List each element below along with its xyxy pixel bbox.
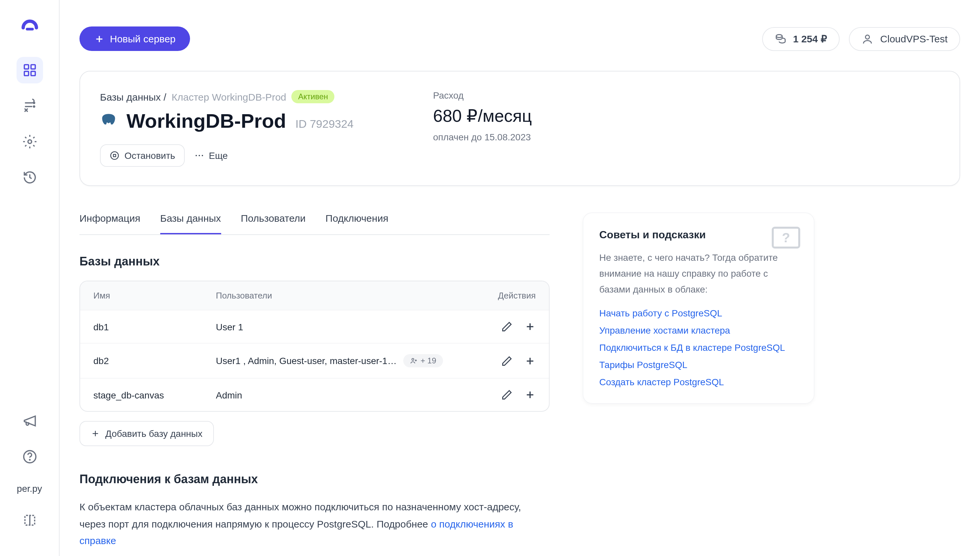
nav-settings-icon[interactable] bbox=[16, 128, 43, 155]
tips-title: Советы и подсказки bbox=[599, 229, 798, 241]
connections-text: К объектам кластера облачных баз данных … bbox=[79, 498, 550, 549]
balance-amount: 1 254 ₽ bbox=[793, 33, 827, 45]
pencil-icon bbox=[501, 321, 513, 332]
main: Новый сервер 1 254 ₽ CloudVPS-Test Базы … bbox=[60, 0, 980, 556]
help-icon: ? bbox=[771, 226, 800, 253]
connections-section-title: Подключения к базам данных bbox=[79, 473, 550, 486]
expense-amount: 680 ₽/месяц bbox=[433, 106, 532, 126]
svg-point-14 bbox=[776, 34, 782, 37]
new-server-label: Новый сервер bbox=[110, 33, 175, 44]
expense-label: Расход bbox=[433, 90, 532, 100]
coins-icon bbox=[775, 33, 786, 45]
databases-table: Имя Пользователи Действия db1 User 1 db2 bbox=[79, 281, 550, 412]
plus-icon bbox=[524, 389, 536, 401]
user-plus-icon bbox=[410, 357, 418, 365]
db-users: User1 , Admin, Guest-user, master-user-1… bbox=[216, 356, 397, 366]
tab-databases[interactable]: Базы данных bbox=[160, 212, 221, 234]
plus-icon bbox=[91, 429, 100, 438]
tips-link[interactable]: Тарифы PostgreSQL bbox=[599, 360, 798, 370]
edit-button[interactable] bbox=[501, 321, 513, 332]
expense-until: оплачен до 15.08.2023 bbox=[433, 132, 532, 142]
db-name: db2 bbox=[93, 356, 216, 366]
svg-text:?: ? bbox=[782, 230, 790, 245]
stop-button[interactable]: Остановить bbox=[100, 144, 185, 167]
col-name: Имя bbox=[93, 291, 216, 301]
svg-rect-1 bbox=[24, 65, 29, 69]
svg-point-23 bbox=[412, 359, 414, 360]
add-button[interactable] bbox=[524, 355, 536, 366]
cluster-title: WorkingDB-Prod bbox=[126, 110, 286, 133]
balance-pill[interactable]: 1 254 ₽ bbox=[762, 27, 839, 51]
table-row: stage_db-canvas Admin bbox=[80, 378, 549, 411]
new-server-button[interactable]: Новый сервер bbox=[79, 26, 190, 51]
add-button[interactable] bbox=[524, 321, 536, 332]
nav-help-icon[interactable] bbox=[16, 443, 43, 470]
pencil-icon bbox=[501, 355, 513, 366]
sidebar: per.py bbox=[0, 0, 60, 556]
account-pill[interactable]: CloudVPS-Test bbox=[849, 27, 960, 51]
breadcrumb: Базы данных / Кластер WorkingDB-Prod Акт… bbox=[100, 90, 354, 103]
status-badge: Активен bbox=[292, 90, 335, 103]
pencil-icon bbox=[501, 389, 513, 401]
more-button[interactable]: Еще bbox=[194, 150, 228, 161]
svg-rect-3 bbox=[24, 71, 29, 76]
add-database-label: Добавить базу данных bbox=[105, 428, 202, 439]
svg-point-18 bbox=[196, 155, 197, 156]
stop-label: Остановить bbox=[125, 150, 175, 161]
svg-point-16 bbox=[111, 152, 118, 159]
tips-card: ? Советы и подсказки Не знаете, с чего н… bbox=[583, 212, 815, 404]
nav-dashboard-icon[interactable] bbox=[16, 57, 43, 83]
db-users: Admin bbox=[216, 390, 242, 400]
col-users: Пользователи bbox=[216, 291, 476, 301]
nav-history-icon[interactable] bbox=[16, 164, 43, 191]
add-button[interactable] bbox=[524, 389, 536, 401]
db-name: db1 bbox=[93, 322, 216, 332]
edit-button[interactable] bbox=[501, 389, 513, 401]
plus-icon bbox=[524, 321, 536, 332]
more-users-badge[interactable]: + 19 bbox=[403, 354, 443, 367]
edit-button[interactable] bbox=[501, 355, 513, 366]
svg-point-19 bbox=[199, 155, 200, 156]
topbar: Новый сервер 1 254 ₽ CloudVPS-Test bbox=[79, 26, 960, 51]
tips-link[interactable]: Создать кластер PostgreSQL bbox=[599, 377, 798, 388]
dots-icon bbox=[194, 150, 205, 161]
tab-connections[interactable]: Подключения bbox=[325, 212, 388, 234]
file-label: per.py bbox=[17, 483, 42, 494]
nav-servers-icon[interactable] bbox=[16, 93, 43, 119]
databases-section-title: Базы данных bbox=[79, 255, 550, 269]
svg-point-6 bbox=[33, 106, 34, 107]
table-row: db2 User1 , Admin, Guest-user, master-us… bbox=[80, 343, 549, 378]
tips-link[interactable]: Начать работу с PostgreSQL bbox=[599, 308, 798, 319]
svg-point-5 bbox=[33, 102, 34, 103]
svg-rect-2 bbox=[31, 65, 35, 69]
tips-link[interactable]: Управление хостами кластера bbox=[599, 325, 798, 336]
svg-point-20 bbox=[202, 155, 203, 156]
table-row: db1 User 1 bbox=[80, 310, 549, 343]
account-name: CloudVPS-Test bbox=[880, 33, 948, 44]
cluster-id: ID 7929324 bbox=[295, 118, 354, 131]
svg-point-15 bbox=[866, 35, 870, 39]
add-database-button[interactable]: Добавить базу данных bbox=[79, 421, 213, 446]
svg-point-9 bbox=[29, 459, 30, 460]
breadcrumb-root[interactable]: Базы данных / bbox=[100, 91, 166, 102]
logo bbox=[18, 13, 41, 37]
tab-info[interactable]: Информация bbox=[79, 212, 141, 234]
more-label: Еще bbox=[209, 150, 228, 161]
db-name: stage_db-canvas bbox=[93, 390, 216, 400]
breadcrumb-current: Кластер WorkingDB-Prod bbox=[171, 91, 286, 102]
col-actions: Действия bbox=[476, 291, 536, 301]
svg-rect-17 bbox=[113, 155, 116, 157]
postgresql-icon bbox=[100, 113, 117, 130]
tabs: Информация Базы данных Пользователи Подк… bbox=[79, 212, 550, 235]
tab-users[interactable]: Пользователи bbox=[241, 212, 306, 234]
tips-text: Не знаете, с чего начать? Тогда обратите… bbox=[599, 250, 798, 297]
plus-icon bbox=[524, 355, 536, 366]
user-icon bbox=[862, 33, 874, 45]
nav-collapse-icon[interactable] bbox=[16, 507, 43, 533]
svg-point-7 bbox=[28, 140, 31, 144]
db-users: User 1 bbox=[216, 322, 243, 332]
tips-link[interactable]: Подключиться к БД в кластере PostgreSQL bbox=[599, 343, 798, 353]
svg-rect-4 bbox=[31, 71, 35, 76]
nav-announcement-icon[interactable] bbox=[16, 408, 43, 434]
stop-icon bbox=[110, 151, 119, 160]
